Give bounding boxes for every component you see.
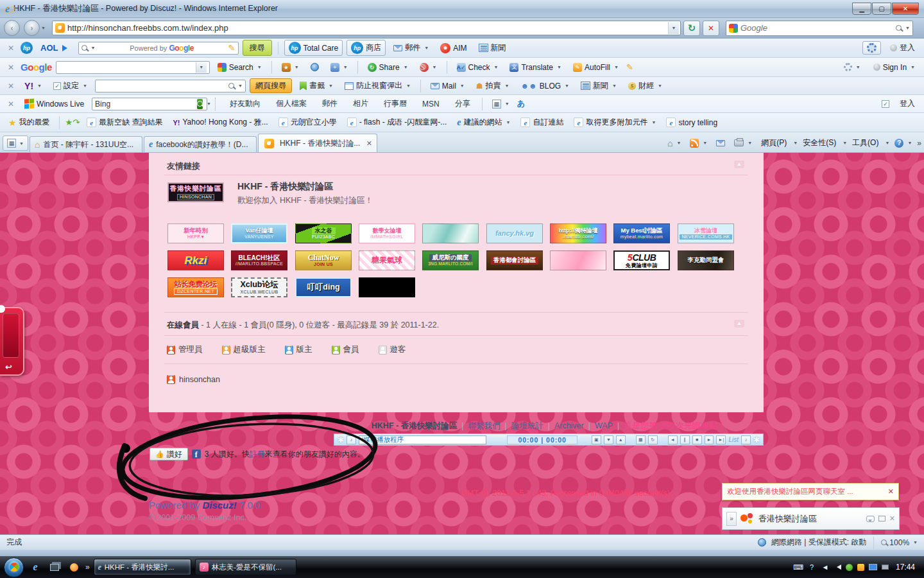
aol-search-button[interactable]: 搜尋: [243, 40, 272, 56]
minimize-button[interactable]: ▁: [852, 3, 871, 15]
player-pause-button[interactable]: ∥: [680, 435, 690, 444]
player-mute-button[interactable]: ▣: [592, 435, 601, 444]
favorite-item[interactable]: story telling: [663, 116, 721, 128]
add-favorite-icon[interactable]: ★↷: [65, 118, 80, 127]
close-button[interactable]: ✕: [892, 3, 919, 15]
google-toolbar-close-icon[interactable]: ✕: [8, 63, 14, 72]
yahoo-blog-button[interactable]: ☻☻BLOG▼: [517, 80, 573, 92]
live-link-friends[interactable]: 好友動向: [224, 98, 266, 109]
aol-mail-button[interactable]: 郵件▼: [389, 41, 432, 55]
spellcheck-button[interactable]: A✓Check▼: [453, 62, 502, 73]
player-menu-button[interactable]: ♪: [346, 435, 356, 444]
link-banner-anime[interactable]: [422, 223, 479, 243]
player-loop-button[interactable]: ↻: [648, 435, 658, 444]
page-menu-button[interactable]: 網頁(P): [757, 136, 791, 150]
aol-menu-button[interactable]: AOL: [37, 42, 74, 54]
footer-link-contact[interactable]: 聯繫我們: [468, 421, 500, 432]
aol-settings-button[interactable]: [862, 41, 881, 55]
discuz-brand[interactable]: Discuz!: [202, 500, 236, 511]
tab-hkhf-active[interactable]: HKHF - 香港快樂討論...✕: [258, 134, 377, 152]
yahoo-auction-button[interactable]: ☗拍賣▼: [472, 79, 513, 92]
chat-dock-bar[interactable]: » 香港快樂討論區 ✕: [722, 507, 900, 530]
keyboard-tray-icon[interactable]: ⌨: [794, 563, 803, 572]
start-button[interactable]: [4, 557, 24, 577]
aol-search-field[interactable]: ▼ Powered by Google ✎: [78, 42, 239, 55]
live-link-share[interactable]: 分享: [449, 98, 476, 109]
live-toolbar-close-icon[interactable]: ✕: [8, 100, 14, 109]
taskbar-button-browser[interactable]: HKHF - 香港快樂討...: [94, 559, 191, 575]
yahoo-finance-button[interactable]: 財經▼: [624, 79, 666, 92]
favorites-button[interactable]: ★我的最愛: [5, 116, 53, 129]
forum-logo-banner[interactable]: 香港快樂討論區 HINSONCHAN: [167, 182, 224, 202]
link-banner[interactable]: ChatNowJOIN US: [295, 250, 352, 270]
quicklaunch-show-desktop-icon[interactable]: [47, 559, 62, 575]
link-banner[interactable]: 5CLUB免費論壇申請: [613, 250, 670, 270]
link-banner[interactable]: 水之谷PUI23ABC: [295, 223, 352, 243]
google-search-button[interactable]: Search▼: [214, 62, 266, 73]
search-icon[interactable]: [896, 25, 902, 31]
zoom-control[interactable]: 100% ▼: [881, 538, 918, 547]
link-banner[interactable]: 新年時別HKPP.♥: [167, 223, 224, 243]
url-input[interactable]: [67, 23, 668, 33]
side-panel-handle[interactable]: ↩: [0, 307, 24, 376]
stop-button[interactable]: ✕: [703, 21, 719, 36]
player-volume-down-button[interactable]: ▼: [604, 435, 613, 444]
url-dropdown-icon[interactable]: ▼: [668, 22, 679, 34]
taskbar-clock[interactable]: 17:44: [896, 563, 915, 572]
link-banner[interactable]: 數學女論壇IMMATHSGIRL: [359, 223, 415, 243]
live-login-button[interactable]: 登入: [896, 97, 919, 110]
update-tray-icon[interactable]: [846, 564, 853, 571]
chat-toast[interactable]: 欢迎使用香港快樂討論區网页聊天室 ... ✕: [722, 483, 899, 500]
home-button[interactable]: ⌂▼: [663, 137, 685, 150]
player-note-button[interactable]: ♪: [741, 435, 751, 444]
google-bookmarks-button[interactable]: ★▼: [278, 62, 303, 73]
forward-button[interactable]: ›: [24, 20, 40, 36]
get-addons-button[interactable]: 取得更多附加元件▼: [570, 116, 659, 129]
hp-shop-button[interactable]: 商店: [346, 40, 386, 56]
ie-search-box[interactable]: ▼: [726, 21, 913, 36]
google-earth-button[interactable]: [307, 62, 323, 73]
like-button[interactable]: 👍讚好: [150, 448, 188, 460]
aol-toolbar-close-icon[interactable]: ✕: [8, 44, 14, 53]
live-link-calendar[interactable]: 行事曆: [378, 98, 413, 109]
read-mail-button[interactable]: [712, 138, 729, 148]
google-share-button[interactable]: ↻Share▼: [364, 62, 412, 73]
chat-bubble-icon[interactable]: [866, 516, 875, 522]
google-search-field[interactable]: ▼: [56, 61, 210, 74]
bing-search-input[interactable]: [95, 100, 194, 109]
favorite-item[interactable]: 元朗官立小學: [275, 116, 340, 129]
yahoo-mail-button[interactable]: Mail▼: [427, 80, 468, 92]
link-banner[interactable]: Rkzi: [167, 250, 224, 270]
link-banner[interactable]: 糖果氣球: [359, 250, 415, 270]
player-stop-button[interactable]: ■: [692, 435, 702, 444]
live-link-profile[interactable]: 個人檔案: [270, 98, 312, 109]
live-link-photos[interactable]: 相片: [347, 98, 374, 109]
link-banner[interactable]: Van仔論壇VANYUENSY: [231, 223, 287, 243]
footer-link-arch iver[interactable]: Archiver: [554, 421, 584, 430]
link-banner[interactable]: 叮叮ding: [295, 277, 352, 297]
translate-ja-icon[interactable]: [517, 98, 525, 109]
tray-expand-icon[interactable]: ◄: [821, 563, 830, 572]
translate-button[interactable]: 文Translate▼: [506, 62, 565, 73]
collapse-icon[interactable]: ▲: [734, 161, 744, 168]
register-link[interactable]: 註冊: [250, 450, 265, 459]
yahoo-toolbar-close-icon[interactable]: ✕: [8, 82, 14, 91]
tab-facebook-tutorial[interactable]: facebook的讚好教學！(D...: [144, 136, 257, 152]
google-signin-button[interactable]: Sign In▼: [869, 62, 919, 73]
link-banner[interactable]: BLEACH!社区//MARLITO.BBSPACE: [231, 250, 287, 270]
history-dropdown-icon[interactable]: ▼: [41, 26, 46, 30]
quicklaunch-ie-icon[interactable]: [28, 559, 43, 575]
footer-link-stats[interactable]: 論壇統計: [511, 421, 543, 432]
maximize-button[interactable]: ▢: [872, 3, 891, 15]
yahoo-bookmarks-button[interactable]: 書籤▼: [296, 79, 337, 92]
live-link-msn[interactable]: MSN: [416, 100, 445, 109]
usb-tray-icon[interactable]: [882, 565, 889, 570]
aim-button[interactable]: AIM: [436, 42, 470, 55]
address-bar[interactable]: ▼: [52, 21, 681, 35]
link-banner[interactable]: 站长免费论坛DZCENTER.NET: [167, 277, 224, 297]
taskbar-button-music[interactable]: ♪ 林志美-愛是不保留(...: [195, 559, 296, 575]
favorite-item[interactable]: 最新空缺 查詢結果: [83, 116, 166, 129]
link-banner[interactable]: 李克勤同盟會: [678, 250, 734, 270]
dropdown-icon[interactable]: ▼: [196, 62, 207, 73]
footer-link-wap[interactable]: WAP: [595, 421, 613, 430]
